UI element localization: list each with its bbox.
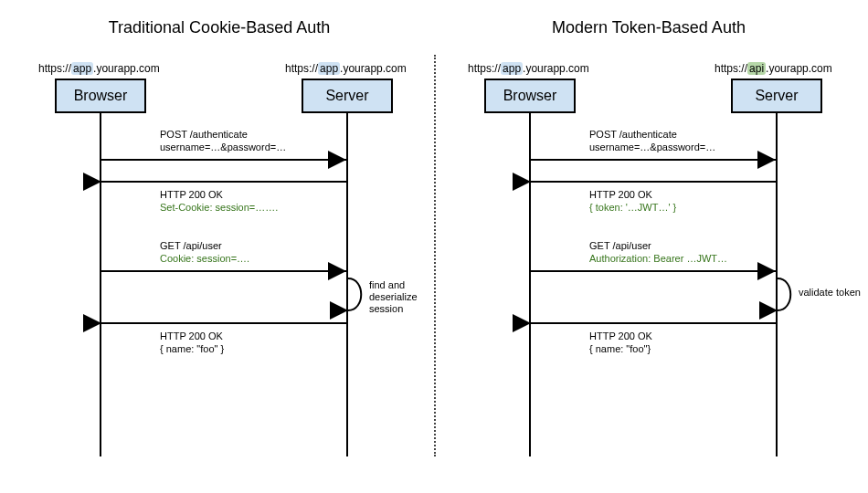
msg-line: HTTP 200 OK: [589, 330, 652, 341]
url-prefix: https://: [715, 62, 747, 75]
right-msg1: POST /authenticate username=…&password=…: [589, 129, 715, 154]
left-msg4: HTTP 200 OK { name: "foo" }: [160, 330, 224, 356]
msg-line: Cookie: session=….: [160, 253, 249, 264]
msg-line: username=…&password=…: [160, 142, 286, 152]
right-browser-box: Browser: [484, 79, 576, 113]
right-server-box: Server: [731, 79, 822, 113]
left-browser-lifeline: [100, 113, 101, 456]
right-side-note: validate token: [799, 287, 868, 299]
right-msg3: GET /api/user Authorization: Bearer …JWT…: [589, 240, 727, 266]
msg-line: HTTP 200 OK: [160, 189, 223, 200]
left-title: Traditional Cookie-Based Auth: [37, 18, 402, 37]
left-msg3: GET /api/user Cookie: session=….: [160, 240, 249, 266]
url-highlight: app: [318, 62, 340, 75]
left-browser-url: https://app.yourapp.com: [38, 62, 160, 75]
left-server-url: https://app.yourapp.com: [285, 62, 407, 75]
msg-line: { name: "foo" }: [160, 343, 224, 354]
left-side-note: find anddeserializesession: [369, 279, 424, 316]
msg-line: Authorization: Bearer …JWT…: [589, 253, 727, 264]
url-highlight: api: [747, 62, 766, 75]
right-server-lifeline: [776, 113, 778, 456]
url-suffix: .yourapp.com: [766, 62, 832, 75]
left-server-lifeline: [346, 113, 348, 456]
url-prefix: https://: [285, 62, 318, 75]
right-msg2: HTTP 200 OK { token: '…JWT…' }: [589, 189, 676, 215]
msg-line: { token: '…JWT…' }: [589, 202, 676, 213]
msg-line: HTTP 200 OK: [160, 330, 223, 341]
msg-line: { name: "foo"}: [589, 343, 651, 354]
msg-line: GET /api/user: [160, 240, 222, 251]
panel-divider: [434, 55, 436, 456]
actor-label: Browser: [74, 88, 128, 104]
actor-label: Server: [325, 88, 368, 104]
url-highlight: app: [71, 62, 93, 75]
right-server-url: https://api.yourapp.com: [715, 62, 832, 75]
url-prefix: https://: [468, 62, 501, 75]
url-highlight: app: [501, 62, 523, 75]
msg-line: GET /api/user: [589, 240, 651, 251]
msg-line: POST /authenticate: [589, 129, 677, 140]
left-msg2: HTTP 200 OK Set-Cookie: session=…….: [160, 189, 278, 215]
left-server-box: Server: [302, 79, 393, 113]
actor-label: Server: [755, 88, 798, 104]
msg-line: username=…&password=…: [589, 142, 715, 152]
right-msg4: HTTP 200 OK { name: "foo"}: [589, 330, 652, 356]
right-browser-url: https://app.yourapp.com: [468, 62, 589, 75]
url-suffix: .yourapp.com: [340, 62, 407, 75]
url-prefix: https://: [38, 62, 71, 75]
actor-label: Browser: [503, 88, 557, 104]
msg-line: POST /authenticate: [160, 129, 248, 140]
url-suffix: .yourapp.com: [523, 62, 589, 75]
right-title: Modern Token-Based Auth: [466, 18, 831, 37]
right-browser-lifeline: [529, 113, 531, 456]
left-browser-box: Browser: [55, 79, 146, 113]
msg-line: HTTP 200 OK: [589, 189, 652, 200]
msg-line: Set-Cookie: session=…….: [160, 202, 278, 213]
left-msg1: POST /authenticate username=…&password=…: [160, 129, 286, 154]
url-suffix: .yourapp.com: [93, 62, 160, 75]
